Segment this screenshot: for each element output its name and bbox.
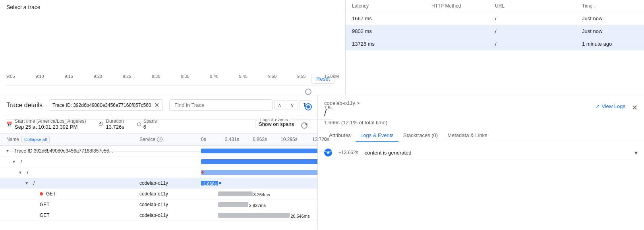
trace-row[interactable]: ▾ / codelab-o11y 1.666s (0, 178, 317, 189)
table-header: Latency HTTP Method URL Time ↓ (346, 0, 644, 12)
detail-content: ★ +13.662s content is generated ▾ (318, 142, 644, 230)
external-link-icon: ↗ (596, 103, 600, 109)
col-url[interactable]: URL (495, 3, 582, 9)
x-axis-955: 9:55 (297, 74, 306, 79)
view-logs-button[interactable]: ↗ View Logs (596, 103, 625, 109)
row-name-label: GET (40, 202, 50, 207)
col-latency[interactable]: Latency (352, 3, 431, 9)
col-method[interactable]: HTTP Method (431, 3, 495, 9)
logs-events-label: Logs & events (259, 117, 290, 122)
x-axis-950: 9:50 (268, 74, 277, 79)
y-axis-top: 15.0s (324, 74, 335, 79)
row-name-label: / (33, 180, 35, 186)
bar-label: 3.264ms (253, 192, 270, 197)
x-axis-925: 9:25 (123, 74, 131, 79)
cell-url: / (495, 28, 582, 34)
cell-method (431, 41, 495, 47)
cell-time: 1 minute ago (582, 41, 638, 47)
expand-icon[interactable]: ▾ (19, 170, 25, 175)
row-name-label: / (21, 159, 22, 164)
logs-events-group[interactable]: Logs & events Show on spans ▾ (255, 120, 311, 128)
x-axis-910: 9:10 (35, 74, 44, 79)
cell-latency: 1667 ms (352, 15, 431, 21)
svg-point-3 (306, 89, 311, 95)
x-axis-940: 9:40 (210, 74, 218, 79)
error-indicator (40, 192, 43, 195)
cell-latency: 13726 ms (352, 41, 431, 47)
row-service: codelab-o11y (139, 202, 201, 207)
trace-row[interactable]: ▾ / 13.659s (0, 167, 317, 178)
row-name-label: / (27, 170, 28, 175)
row-service: codelab-o11y (139, 213, 201, 218)
log-entry[interactable]: ★ +13.662s content is generated ▾ (324, 145, 638, 160)
row-name-label: GET (46, 191, 56, 197)
x-axis-945: 9:45 (239, 74, 248, 79)
x-axis-905: 9:05 (6, 74, 15, 79)
trace-row[interactable]: ▸ GET codelab-o11y 20.546ms (0, 210, 317, 221)
expand-icon[interactable]: ▾ (25, 180, 32, 186)
svg-point-5 (307, 105, 310, 108)
expand-icon[interactable]: ▾ (13, 159, 19, 164)
detail-panel: codelab-o11y > / 1.666s (12.1% of total … (318, 95, 644, 230)
x-axis-935: 9:35 (181, 74, 189, 79)
select-trace-title: Select a trace (6, 4, 339, 10)
trace-row[interactable]: ▸ GET codelab-o11y 2.927ms (0, 199, 317, 210)
trace-row[interactable]: ▸ GET codelab-o11y 3.264ms (0, 189, 317, 199)
row-name-label: GET (40, 213, 50, 218)
chevron-down-icon: ▾ (305, 122, 307, 127)
bar-label: 2.927ms (249, 203, 266, 208)
x-axis-920: 9:20 (94, 74, 102, 79)
cell-url: / (495, 41, 582, 47)
sort-icon: ↓ (594, 3, 596, 9)
table-row[interactable]: 1667 ms / Just now (346, 12, 644, 25)
detail-tabs: Attributes Logs & Events Stacktraces (0)… (318, 129, 644, 142)
log-time: +13.662s (338, 150, 358, 155)
row-service: codelab-o11y (139, 191, 201, 197)
col-time[interactable]: Time ↓ (582, 3, 638, 9)
bar-label: 20.546ms (290, 214, 309, 218)
tab-logs-events[interactable]: Logs & Events (356, 129, 398, 142)
x-axis-915: 9:15 (64, 74, 73, 79)
cell-time: Just now (582, 28, 638, 34)
trace-rows: ▾ Trace ID 392d6b49080e3456a77168f857c56… (0, 146, 317, 230)
tab-stacktraces[interactable]: Stacktraces (0) (398, 129, 443, 142)
cell-time: Just now (582, 15, 638, 21)
cell-method (431, 15, 495, 21)
row-service: codelab-o11y (139, 180, 201, 186)
bar-label: 1.666s (203, 182, 217, 186)
tab-metadata-links[interactable]: Metadata & Links (443, 129, 492, 142)
cell-latency: 9802 ms (352, 28, 431, 34)
x-axis-930: 9:30 (152, 74, 160, 79)
logs-events-select[interactable]: Show on spans (259, 121, 302, 127)
log-expand-icon[interactable]: ▾ (634, 149, 638, 157)
trace-row[interactable]: ▾ / 13.726s (0, 157, 317, 167)
log-message: content is generated (365, 150, 628, 156)
table-row[interactable]: 13726 ms / 1 minute ago (346, 38, 644, 50)
cell-url: / (495, 15, 582, 21)
cell-method (431, 28, 495, 34)
detail-close-button[interactable]: ✕ (632, 103, 638, 112)
table-row[interactable]: 9802 ms / Just now (346, 25, 644, 38)
